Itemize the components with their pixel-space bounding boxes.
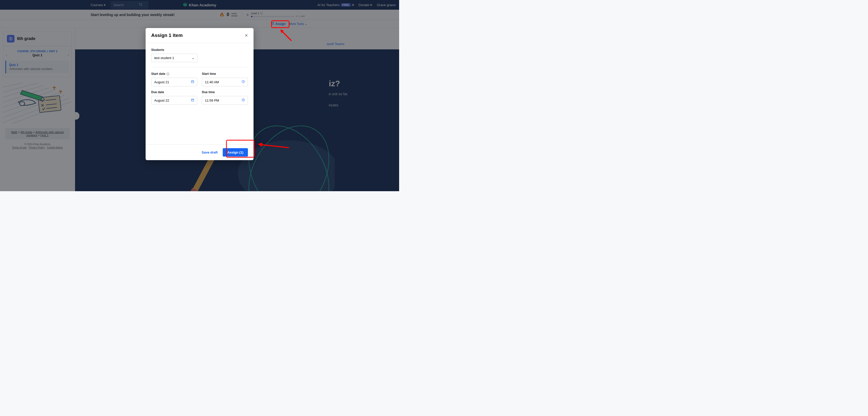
chevron-down-icon: ⌄ (192, 56, 194, 60)
close-icon[interactable]: ✕ (245, 33, 248, 38)
calendar-icon (191, 80, 194, 84)
start-date-label: Start date i (151, 72, 197, 76)
assign-submit-button[interactable]: Assign (1) (223, 148, 248, 156)
assign-modal: Assign 1 item ✕ Students test student 1 … (146, 28, 253, 160)
students-value: test student 1 (154, 56, 174, 60)
students-select[interactable]: test student 1 ⌄ (151, 54, 197, 62)
calendar-icon (191, 98, 194, 102)
due-time-input[interactable]: 11:59 PM (202, 96, 248, 105)
start-time-value: 11:40 AM (205, 80, 219, 84)
clock-icon (242, 80, 245, 84)
due-date-input[interactable]: August 22 (151, 96, 197, 105)
svg-rect-29 (191, 81, 194, 83)
due-date-value: August 22 (154, 98, 169, 102)
due-time-label: Due time (202, 90, 248, 94)
start-time-input[interactable]: 11:40 AM (202, 78, 248, 86)
svg-rect-34 (191, 99, 194, 101)
clock-icon (242, 98, 245, 102)
students-label: Students (151, 48, 248, 52)
due-time-value: 11:59 PM (205, 98, 219, 102)
start-date-input[interactable]: August 21 (151, 78, 197, 86)
info-icon[interactable]: i (166, 72, 169, 76)
due-date-label: Due date (151, 90, 197, 94)
divider (151, 67, 248, 67)
start-date-value: August 21 (154, 80, 169, 84)
start-time-label: Start time (202, 72, 248, 76)
modal-title: Assign 1 item (151, 33, 183, 38)
save-draft-button[interactable]: Save draft (202, 150, 218, 154)
